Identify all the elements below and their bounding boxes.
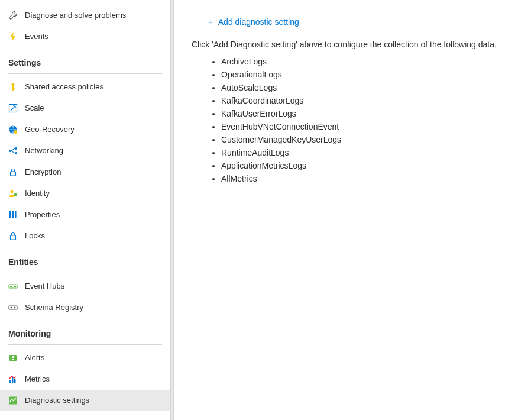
divider [8, 344, 162, 345]
svg-rect-24 [12, 359, 14, 360]
list-item: OperationalLogs [221, 68, 518, 81]
list-item: KafkaCoordinatorLogs [221, 94, 518, 107]
svg-rect-17 [10, 286, 12, 287]
sidebar-item-label: Metrics [25, 373, 50, 385]
schema-icon [8, 303, 18, 312]
list-item: CustomerManagedKeyUserLogs [221, 133, 518, 146]
svg-rect-12 [9, 211, 11, 218]
add-button-label: Add diagnostic setting [218, 17, 299, 27]
lock-icon [8, 167, 18, 177]
list-item: ArchiveLogs [221, 55, 518, 68]
sidebar: Diagnose and solve problems Events Setti… [0, 0, 170, 420]
sidebar-item-schema-registry[interactable]: Schema Registry [0, 297, 170, 318]
add-diagnostic-setting-button[interactable]: + Add diagnostic setting [192, 14, 299, 27]
sidebar-item-label: Identity [25, 188, 50, 199]
svg-rect-9 [11, 172, 16, 176]
list-item: ApplicationMetricsLogs [221, 159, 518, 172]
sidebar-item-label: Diagnostic settings [25, 395, 89, 406]
sidebar-item-properties[interactable]: Properties [0, 204, 170, 225]
list-item: KafkaUserErrorLogs [221, 107, 518, 120]
section-header-monitoring: Monitoring [0, 318, 170, 342]
svg-point-20 [11, 307, 12, 309]
sidebar-item-label: Events [25, 31, 48, 43]
data-types-list: ArchiveLogs OperationalLogs AutoScaleLog… [221, 55, 518, 185]
sidebar-item-label: Properties [25, 209, 60, 221]
svg-rect-19 [9, 306, 17, 309]
lock-icon [8, 231, 18, 241]
svg-point-0 [12, 83, 15, 86]
list-item: RuntimeAuditLogs [221, 146, 518, 159]
svg-rect-26 [12, 377, 14, 383]
sidebar-item-label: Alerts [25, 352, 44, 364]
svg-rect-2 [12, 88, 15, 89]
main-content: + Add diagnostic setting Click 'Add Diag… [174, 0, 518, 420]
properties-icon [8, 210, 18, 219]
sidebar-item-label: Schema Registry [25, 302, 83, 314]
metrics-icon [8, 374, 18, 384]
sidebar-item-scale[interactable]: Scale [0, 98, 170, 119]
scale-icon [8, 104, 18, 113]
identity-icon [8, 189, 18, 198]
section-header-entities: Entities [0, 247, 170, 270]
lightning-icon [8, 32, 18, 41]
svg-point-7 [15, 147, 17, 150]
sidebar-item-locks[interactable]: Locks [0, 225, 170, 247]
sidebar-item-networking[interactable]: Networking [0, 140, 170, 161]
sidebar-item-events[interactable]: Events [0, 26, 170, 47]
sidebar-item-diagnostic-settings[interactable]: Diagnostic settings [0, 390, 170, 411]
divider [8, 73, 162, 74]
instruction-text: Click 'Add Diagnostic setting' above to … [192, 40, 518, 49]
list-item: AllMetrics [221, 172, 518, 185]
svg-point-5 [14, 130, 17, 134]
network-icon [8, 146, 18, 156]
svg-point-21 [14, 307, 16, 309]
sidebar-item-label: Locks [25, 230, 45, 242]
svg-point-10 [11, 190, 14, 193]
svg-rect-13 [12, 211, 14, 218]
svg-rect-23 [12, 356, 14, 358]
globe-icon [8, 125, 18, 134]
sidebar-item-shared-access-policies[interactable]: Shared access policies [0, 76, 170, 98]
alerts-icon [8, 353, 18, 363]
diagnostic-icon [8, 396, 18, 405]
divider [8, 273, 162, 273]
sidebar-item-event-hubs[interactable]: Event Hubs [0, 276, 170, 297]
list-item: AutoScaleLogs [221, 81, 518, 94]
sidebar-item-metrics[interactable]: Metrics [0, 369, 170, 390]
svg-point-11 [14, 193, 17, 196]
sidebar-item-geo-recovery[interactable]: Geo-Recovery [0, 119, 170, 140]
sidebar-item-label: Event Hubs [25, 280, 64, 292]
section-header-settings: Settings [0, 47, 170, 71]
sidebar-item-diagnose[interactable]: Diagnose and solve problems [0, 5, 170, 26]
sidebar-item-encryption[interactable]: Encryption [0, 161, 170, 183]
sidebar-item-label: Networking [25, 145, 63, 157]
svg-rect-18 [14, 286, 16, 287]
sidebar-item-label: Encryption [25, 166, 61, 178]
wrench-icon [8, 11, 18, 20]
sidebar-item-label: Diagnose and solve problems [25, 9, 126, 21]
plus-icon: + [208, 17, 213, 27]
svg-point-6 [9, 150, 11, 152]
sidebar-item-label: Scale [25, 102, 44, 114]
sidebar-item-label: Shared access policies [25, 81, 103, 93]
list-item: EventHubVNetConnectionEvent [221, 120, 518, 133]
svg-rect-15 [11, 235, 16, 240]
svg-rect-14 [15, 211, 17, 218]
key-icon [8, 82, 18, 92]
svg-rect-25 [9, 380, 11, 383]
event-hubs-icon [8, 282, 18, 291]
sidebar-item-identity[interactable]: Identity [0, 183, 170, 204]
svg-rect-27 [14, 379, 16, 383]
sidebar-item-label: Geo-Recovery [25, 124, 75, 135]
svg-point-8 [15, 152, 17, 154]
sidebar-item-alerts[interactable]: Alerts [0, 347, 170, 369]
